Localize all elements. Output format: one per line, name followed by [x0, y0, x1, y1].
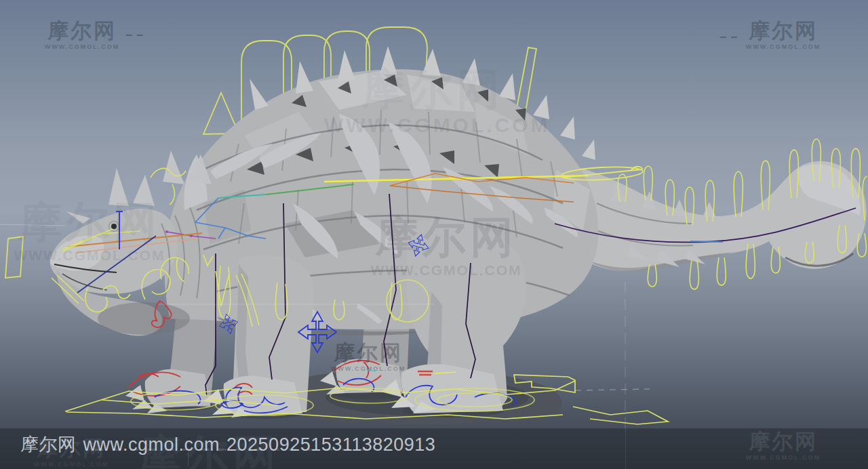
bottom-bar-site: www.cgmol.com — [83, 434, 220, 455]
bottom-bar-text: 摩尔网www.cgmol.com20250925153113820913 — [20, 432, 442, 457]
timeline-frame-indicator — [188, 451, 189, 466]
bottom-bar-brand: 摩尔网 — [20, 434, 77, 455]
viewport-3d[interactable] — [0, 0, 868, 469]
bottom-info-bar: 摩尔网www.cgmol.com20250925153113820913 — [0, 428, 868, 469]
eye — [111, 224, 117, 229]
bottom-bar-serial: 20250925153113820913 — [226, 434, 435, 455]
screenshot-stage: 摩尔网 WWW.CGMOL.COM 摩尔网 WWW.CGMOL.COM 摩尔网 … — [0, 0, 868, 469]
watermark-grid-line — [625, 428, 626, 469]
timeline-ticks — [95, 449, 380, 451]
